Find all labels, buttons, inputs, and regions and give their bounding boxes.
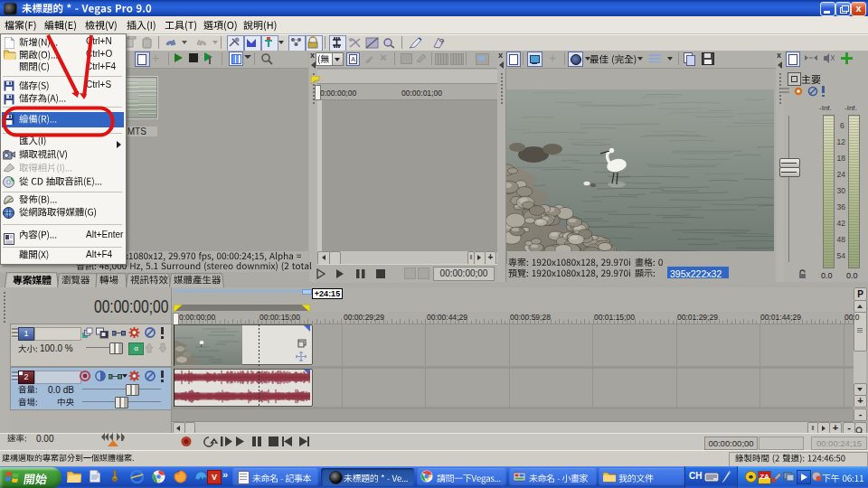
svg-text:?: ?	[439, 37, 444, 46]
